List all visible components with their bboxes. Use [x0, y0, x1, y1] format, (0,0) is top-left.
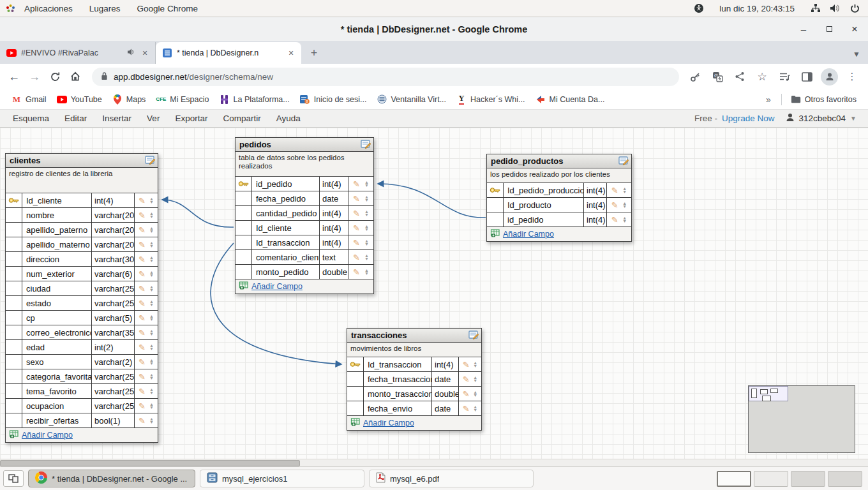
edit-field-icon[interactable]: ✎: [138, 284, 146, 293]
table-header[interactable]: clientes: [6, 154, 158, 168]
edit-field-icon[interactable]: ✎: [138, 225, 146, 235]
db-table-clientes[interactable]: clientesregistro de clientes de la libre…: [5, 153, 158, 443]
table-header[interactable]: pedidos: [236, 138, 373, 152]
move-field-icon[interactable]: ▲▼: [149, 271, 154, 277]
bookmark-la-plataforma-[interactable]: La Plataforma...: [214, 92, 295, 107]
network-icon[interactable]: [810, 3, 821, 14]
move-field-icon[interactable]: ▲▼: [364, 225, 369, 231]
horizontal-scrollbar-thumb[interactable]: [0, 460, 300, 466]
username[interactable]: 312cbebc04: [799, 114, 846, 123]
move-field-icon[interactable]: ▲▼: [149, 417, 154, 424]
field-row-tema_favorito[interactable]: tema_favoritovarchar(25)✎▲▼: [6, 384, 158, 399]
reload-button[interactable]: [46, 68, 64, 85]
field-row-recibir_ofertas[interactable]: recibir_ofertasbool(1)✎▲▼: [6, 413, 158, 428]
move-field-icon[interactable]: ▲▼: [473, 405, 477, 412]
field-row-Id_producto[interactable]: Id_productoint(4)✎▲▼: [487, 198, 631, 212]
horizontal-scrollbar[interactable]: [0, 459, 868, 466]
move-field-icon[interactable]: ▲▼: [473, 376, 477, 382]
edit-field-icon[interactable]: ✎: [611, 215, 618, 225]
move-field-icon[interactable]: ▲▼: [364, 269, 369, 275]
field-row-sexo[interactable]: sexovarchar(2)✎▲▼: [6, 355, 158, 369]
table-header[interactable]: pedido_productos: [487, 154, 631, 168]
move-field-icon[interactable]: ▲▼: [149, 212, 154, 218]
edit-field-icon[interactable]: ✎: [138, 387, 146, 396]
field-row-cp[interactable]: cpvarchar(5)✎▲▼: [6, 311, 158, 325]
edit-table-icon[interactable]: [145, 155, 155, 167]
accessibility-icon[interactable]: [693, 3, 704, 14]
edit-field-icon[interactable]: ✎: [138, 401, 146, 411]
bookmarks-overflow-chevron[interactable]: »: [760, 94, 777, 105]
translate-icon[interactable]: G: [709, 68, 726, 85]
clock[interactable]: lun dic 19, 20:43:15: [713, 4, 801, 13]
media-list-icon[interactable]: [776, 68, 793, 85]
move-field-icon[interactable]: ▲▼: [149, 315, 154, 321]
appmenu-editar[interactable]: Editar: [57, 110, 94, 127]
taskbar-item-pdf[interactable]: mysql_e6.pdf: [369, 470, 534, 487]
appmenu-ayuda[interactable]: Ayuda: [269, 110, 308, 127]
field-row-monto_pedido[interactable]: monto_pedidodouble✎▲▼: [236, 265, 373, 279]
profile-icon[interactable]: [821, 68, 838, 85]
edit-field-icon[interactable]: ✎: [463, 404, 470, 413]
edit-field-icon[interactable]: ✎: [138, 211, 146, 220]
star-icon[interactable]: ☆: [754, 68, 770, 85]
appmenu-ver[interactable]: Ver: [139, 110, 167, 127]
bookmark-ventanilla-virt-[interactable]: Ventanilla Virt...: [371, 92, 451, 107]
field-row-num_exterior[interactable]: num_exteriorvarchar(6)✎▲▼: [6, 267, 158, 281]
appmenu-insertar[interactable]: Insertar: [94, 110, 139, 127]
key-icon[interactable]: [687, 68, 703, 85]
field-row-Id_pedido_produccion[interactable]: Id_pedido_produccionint(4)✎▲▼: [487, 183, 631, 198]
add-field-link[interactable]: Añadir Campo: [22, 431, 73, 440]
edit-table-icon[interactable]: [618, 156, 629, 167]
volume-icon[interactable]: [830, 3, 841, 14]
chevron-down-icon[interactable]: ▼: [850, 115, 857, 122]
new-tab-button[interactable]: +: [305, 44, 323, 62]
menu-icon[interactable]: ⋮: [844, 68, 860, 85]
bookmark-mi-cuenta-da-[interactable]: Mi Cuenta Da...: [530, 92, 610, 107]
move-field-icon[interactable]: ▲▼: [364, 210, 369, 216]
field-row-Id_transaccion[interactable]: Id_transaccionint(4)✎▲▼: [236, 235, 373, 250]
move-field-icon[interactable]: ▲▼: [149, 256, 154, 262]
bookmark-maps[interactable]: Maps: [107, 92, 151, 107]
move-field-icon[interactable]: ▲▼: [364, 254, 369, 260]
edit-field-icon[interactable]: ✎: [138, 328, 146, 338]
minimap[interactable]: [748, 385, 855, 453]
move-field-icon[interactable]: ▲▼: [473, 390, 477, 397]
upgrade-link[interactable]: Upgrade Now: [722, 114, 775, 123]
edit-field-icon[interactable]: ✎: [463, 389, 470, 399]
edit-field-icon[interactable]: ✎: [463, 360, 470, 369]
other-bookmarks-button[interactable]: Otros favoritos: [786, 92, 862, 107]
field-row-fecha_envio[interactable]: fecha_enviodate✎▲▼: [347, 401, 481, 416]
move-field-icon[interactable]: ▲▼: [622, 187, 627, 193]
add-field-row[interactable]: Añadir Campo: [6, 428, 158, 442]
move-field-icon[interactable]: ▲▼: [622, 202, 627, 208]
edit-field-icon[interactable]: ✎: [138, 416, 146, 426]
field-row-Id_cliente[interactable]: Id_clienteint(4)✎▲▼: [6, 193, 158, 208]
forward-button[interactable]: →: [26, 68, 43, 85]
appmenu-exportar[interactable]: Exportar: [167, 110, 215, 127]
edit-field-icon[interactable]: ✎: [138, 372, 146, 382]
home-button[interactable]: [66, 68, 84, 85]
edit-field-icon[interactable]: ✎: [353, 209, 360, 218]
edit-field-icon[interactable]: ✎: [353, 223, 360, 233]
tab-close-icon[interactable]: ×: [140, 48, 150, 58]
field-row-apellido_materno[interactable]: apellido_maternovarchar(20)✎▲▼: [6, 237, 158, 252]
move-field-icon[interactable]: ▲▼: [149, 359, 154, 365]
edit-field-icon[interactable]: ✎: [353, 238, 360, 248]
move-field-icon[interactable]: ▲▼: [364, 195, 369, 202]
appmenu-compartir[interactable]: Compartir: [215, 110, 268, 127]
edit-field-icon[interactable]: ✎: [611, 186, 618, 195]
window-list-button[interactable]: [3, 470, 24, 487]
move-field-icon[interactable]: ▲▼: [364, 181, 369, 187]
edit-field-icon[interactable]: ✎: [611, 200, 618, 210]
edit-table-icon[interactable]: [468, 330, 479, 341]
field-row-id_pedido[interactable]: id_pedidoint(4)✎▲▼: [236, 177, 373, 191]
move-field-icon[interactable]: ▲▼: [149, 329, 154, 336]
browser-tab[interactable]: #ENVIVO #RivaPalac×: [0, 42, 156, 64]
field-row-fecha_pedido[interactable]: fecha_pedidodate✎▲▼: [236, 191, 373, 206]
taskbar-item-chrome[interactable]: * tienda | DbDesigner.net - Google ...: [28, 470, 195, 487]
edit-field-icon[interactable]: ✎: [138, 343, 146, 352]
bookmark-gmail[interactable]: MGmail: [6, 92, 52, 107]
field-row-correo_electronico[interactable]: correo_electronicovarchar(35)✎▲▼: [6, 325, 158, 340]
side-panel-icon[interactable]: [798, 68, 815, 85]
edit-table-icon[interactable]: [361, 139, 371, 151]
